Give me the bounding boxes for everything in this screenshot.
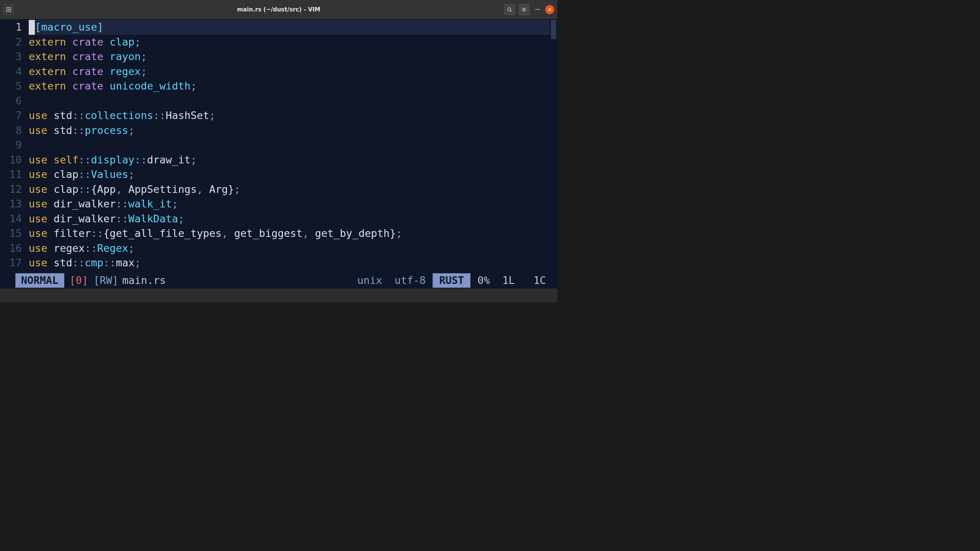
syntax-token: crate (72, 36, 110, 48)
syntax-token: ; (128, 242, 134, 254)
syntax-token: process (85, 124, 128, 136)
syntax-token: { (103, 227, 109, 239)
syntax-token: ; (209, 109, 215, 121)
code-line[interactable]: use std::collections::HashSet; (29, 108, 557, 123)
titlebar-left (3, 4, 15, 15)
syntax-token: ; (134, 257, 140, 269)
code-line[interactable]: use dir_walker::WalkData; (29, 212, 557, 227)
syntax-token: use (29, 257, 54, 269)
search-button[interactable] (504, 4, 515, 15)
syntax-token: self (54, 154, 78, 166)
titlebar: main.rs (~/dust/src) - VIM – (0, 0, 557, 19)
cursor: # (29, 20, 35, 35)
syntax-token: use (29, 242, 54, 254)
new-tab-button[interactable] (3, 4, 15, 15)
readwrite-indicator: [RW] (93, 272, 122, 289)
syntax-token: :: (72, 257, 85, 269)
syntax-token: ; (141, 65, 147, 77)
syntax-token: walk_it (128, 198, 172, 210)
code-line[interactable]: use std::cmp::max; (29, 256, 557, 271)
syntax-token: , (116, 183, 129, 195)
line-indicator: 1L (502, 272, 515, 289)
minimize-button[interactable]: – (533, 5, 542, 14)
syntax-token: max (116, 257, 135, 269)
syntax-token: :: (85, 242, 97, 254)
syntax-token: :: (134, 154, 147, 166)
syntax-token: std (54, 109, 72, 121)
line-number: 17 (0, 256, 29, 271)
syntax-token: use (29, 154, 54, 166)
syntax-token: unicode_width (109, 80, 190, 92)
code-line[interactable]: use regex::Regex; (29, 241, 557, 256)
syntax-token: clap (109, 36, 134, 48)
syntax-token: dir_walker (54, 213, 116, 225)
syntax-token: :: (78, 183, 91, 195)
code-line[interactable]: use clap::Values; (29, 167, 557, 182)
syntax-token: { (91, 183, 97, 195)
syntax-token: Arg (209, 183, 228, 195)
encoding-indicator-value: utf-8 (395, 272, 426, 289)
percent-indicator: 0% (477, 272, 490, 289)
code-line[interactable]: use std::process; (29, 123, 557, 138)
syntax-token: :: (72, 109, 85, 121)
syntax-token: use (29, 168, 54, 180)
code-line[interactable]: use clap::{App, AppSettings, Arg}; (29, 182, 557, 197)
syntax-token: ; (134, 36, 140, 48)
status-line: NORMAL [0] [RW] main.rs unix utf-8 RUST … (0, 272, 557, 289)
code-line[interactable]: #[macro_use] (29, 20, 557, 35)
code-line[interactable]: extern crate clap; (29, 35, 557, 50)
syntax-token: use (29, 213, 54, 225)
hamburger-menu-button[interactable] (518, 4, 530, 15)
line-number: 5 (0, 79, 29, 94)
line-number: 3 (0, 49, 29, 64)
syntax-token: ; (128, 124, 134, 136)
code-line[interactable]: extern crate rayon; (29, 49, 557, 64)
syntax-token: extern (29, 51, 72, 62)
code-line[interactable]: use filter::{get_all_file_types, get_big… (29, 226, 557, 241)
syntax-token: extern (29, 80, 72, 92)
syntax-token: dir_walker (54, 198, 116, 210)
syntax-token: get_by_depth (315, 227, 390, 239)
syntax-token: :: (116, 198, 129, 210)
syntax-token: :: (72, 124, 85, 136)
line-number: 15 (0, 226, 29, 241)
filetype-indicator: RUST (433, 273, 470, 288)
syntax-token: :: (153, 109, 166, 121)
code-line[interactable]: use self::display::draw_it; (29, 153, 557, 168)
syntax-token: get_biggest (234, 227, 302, 239)
syntax-token: regex (109, 65, 140, 77)
syntax-token: :: (116, 213, 129, 225)
line-number: 4 (0, 64, 29, 79)
syntax-token: Values (91, 168, 129, 180)
line-number-gutter: 1234567891011121314151617 (0, 19, 29, 272)
code-area[interactable]: #[macro_use]extern crate clap;extern cra… (29, 19, 557, 272)
syntax-token: ; (191, 80, 197, 92)
syntax-token: :: (91, 227, 104, 239)
window-title: main.rs (~/dust/src) - VIM (237, 6, 320, 13)
syntax-token: use (29, 109, 54, 121)
vim-mode-indicator: NORMAL (15, 273, 64, 288)
filename-indicator: main.rs (122, 272, 166, 289)
syntax-token: get_all_file_types (109, 227, 222, 239)
code-line[interactable]: extern crate regex; (29, 64, 557, 79)
syntax-token: WalkData (128, 213, 178, 225)
syntax-token: ; (396, 227, 402, 239)
syntax-token: :: (103, 257, 116, 269)
syntax-token: use (29, 124, 54, 136)
code-line[interactable]: use dir_walker::walk_it; (29, 197, 557, 212)
syntax-token: std (54, 257, 72, 269)
syntax-token: ; (141, 51, 147, 62)
code-line[interactable] (29, 94, 557, 109)
code-line[interactable] (29, 138, 557, 153)
line-number: 1 (0, 20, 29, 35)
svg-line-4 (510, 10, 511, 11)
syntax-token: :: (78, 168, 91, 180)
syntax-token: } (228, 183, 234, 195)
code-line[interactable]: extern crate unicode_width; (29, 79, 557, 94)
close-button[interactable] (545, 5, 554, 14)
syntax-token: ; (234, 183, 240, 195)
editor-area[interactable]: 1234567891011121314151617 #[macro_use]ex… (0, 19, 557, 272)
syntax-token: crate (72, 65, 110, 77)
syntax-token: use (29, 183, 54, 195)
syntax-token: } (390, 227, 396, 239)
